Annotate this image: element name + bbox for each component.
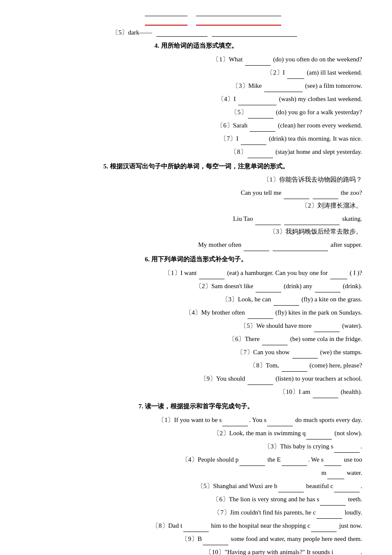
s5-item-1-cn: 〔1〕你能告诉我去动物园的路吗？: [26, 173, 366, 186]
s7-item-5: 〔5〕Shanghai and Wuxi are b beautiful c .: [26, 479, 366, 492]
s7-blank-2[interactable]: [306, 426, 332, 439]
section-5-title: 5. 根据汉语写出句子中所缺的单词，每空一词，注意单词的形式。: [26, 162, 366, 171]
s4-blank-2[interactable]: [287, 66, 304, 79]
s5-blank-1b[interactable]: [313, 186, 338, 199]
s6-item-4: 〔4〕My brother often (fly) kites in the p…: [26, 306, 366, 319]
s5-item-1-en: Can you tell me the zoo?: [26, 186, 366, 199]
section-7: 7. 读一读，根据提示和首字母完成句子。 〔1〕If you want to b…: [26, 402, 366, 555]
s6-blank-9[interactable]: [248, 372, 273, 385]
s7-blank-9[interactable]: [203, 532, 228, 545]
s7-item-3: 〔3〕This baby is crying s .: [26, 439, 366, 453]
s4-item-3: 〔3〕Mike (see) a film tomorrow.: [26, 79, 366, 92]
dark-underline: [156, 29, 208, 37]
s7-item-10: 〔10〕"Having a party with animals?" It so…: [26, 545, 366, 555]
line-row-2: [145, 17, 281, 26]
s7-blank-8b[interactable]: [311, 519, 337, 532]
page: 〔5〕dark—— 4. 用所给词的适当形式填空。 〔1〕What (do) y…: [26, 9, 366, 555]
s6-item-2: 〔2〕Sam doesn't like (drink) any (drink).: [26, 279, 366, 292]
s7-blank-1a[interactable]: [222, 413, 248, 426]
s4-blank-1[interactable]: [245, 52, 271, 66]
s7-item-4: 〔4〕People should p the E . We s use too: [26, 453, 366, 466]
s6-item-9: 〔9〕You should (listen) to your teachers …: [26, 372, 366, 385]
s6-item-1: 〔1〕I want (eat) a hamburger. Can you buy…: [26, 266, 366, 279]
section-7-title: 7. 读一读，根据提示和首字母完成句子。: [26, 402, 366, 410]
s7-item-4b: m water.: [26, 466, 366, 479]
s5-blank-3b[interactable]: [273, 238, 328, 251]
s7-blank-6[interactable]: [320, 492, 346, 506]
s4-blank-4[interactable]: [238, 92, 277, 105]
s7-item-1: 〔1〕If you want to be s . You s do much s…: [26, 413, 366, 426]
s6-item-8: 〔8〕Tom, (come) here, please?: [26, 358, 366, 372]
underline-2: [196, 9, 281, 16]
s7-item-7: 〔7〕Jim couldn't find his parents, he c l…: [26, 506, 366, 519]
s6-blank-7[interactable]: [292, 345, 318, 358]
s6-blank-2b[interactable]: [315, 279, 340, 292]
s5-blank-2b[interactable]: [284, 212, 340, 225]
s7-item-9: 〔9〕B some food and water, many people he…: [26, 532, 366, 545]
s7-item-2: 〔2〕Look, the man is swimming q (not slow…: [26, 426, 366, 439]
top-underlines: [26, 9, 366, 27]
s5-blank-3a[interactable]: [244, 238, 269, 251]
s5-item-2-en: Liu Tao skating.: [26, 212, 366, 225]
dark-label: 〔5〕dark——: [112, 29, 152, 37]
s6-blank-3[interactable]: [274, 292, 299, 306]
section-5: 5. 根据汉语写出句子中所缺的单词，每空一词，注意单词的形式。 〔1〕你能告诉我…: [26, 162, 366, 251]
underline-1: [145, 9, 187, 16]
s6-blank-8[interactable]: [282, 358, 307, 372]
s7-blank-4b[interactable]: [282, 453, 307, 466]
s7-blank-4d[interactable]: [327, 466, 344, 479]
dark-underline-2: [212, 29, 297, 37]
s6-blank-4[interactable]: [248, 306, 273, 319]
section-4: 4. 用所给词的适当形式填空。 〔1〕What (do) you often d…: [26, 42, 366, 158]
s7-blank-1b[interactable]: [267, 413, 293, 426]
s4-item-4: 〔4〕I (wash) my clothes last weekend.: [26, 92, 366, 105]
s6-blank-10[interactable]: [313, 385, 338, 398]
s7-blank-5a[interactable]: [278, 479, 304, 492]
s7-blank-3[interactable]: [334, 439, 360, 453]
underline-red-2: [196, 17, 281, 26]
s6-item-6: 〔6〕There (be) some cola in the fridge.: [26, 332, 366, 345]
s7-blank-7[interactable]: [317, 506, 342, 519]
s4-blank-6[interactable]: [250, 119, 275, 132]
s4-item-6: 〔6〕Sarah (clean) her room every weekend.: [26, 119, 366, 132]
s7-blank-8a[interactable]: [183, 519, 209, 532]
s4-item-2: 〔2〕I (am) ill last weekend.: [26, 66, 366, 79]
line-row-1: [145, 9, 281, 16]
s6-item-10: 〔10〕I am (health).: [26, 385, 366, 398]
s7-blank-10[interactable]: [334, 545, 360, 555]
s7-blank-5b[interactable]: [334, 479, 360, 492]
s4-item-7: 〔7〕I (drink) tea this morning. It was ni…: [26, 132, 366, 145]
s7-item-6: 〔6〕The lion is very strong and he has s …: [26, 492, 366, 506]
underline-red-1: [145, 17, 187, 26]
s7-blank-4c[interactable]: [324, 453, 341, 466]
s7-item-8: 〔8〕Dad t him to the hospital near the sh…: [26, 519, 366, 532]
s6-blank-2a[interactable]: [256, 279, 281, 292]
s5-blank-1a[interactable]: [284, 186, 309, 199]
s6-item-5: 〔5〕We should have more (water).: [26, 319, 366, 332]
section-4-title: 4. 用所给词的适当形式填空。: [26, 42, 366, 50]
s5-item-3-en: My mother often after supper.: [26, 238, 366, 251]
section-6: 6. 用下列单词的适当形式补全句子。 〔1〕I want (eat) a ham…: [26, 255, 366, 398]
s5-item-3-cn: 〔3〕我妈妈晚饭后经常去散步。: [26, 225, 366, 238]
section-6-title: 6. 用下列单词的适当形式补全句子。: [26, 255, 366, 263]
s4-blank-3[interactable]: [264, 79, 303, 92]
s6-item-7: 〔7〕Can you show (we) the stamps.: [26, 345, 366, 358]
dark-line: 〔5〕dark——: [26, 29, 366, 37]
s5-item-2-cn: 〔2〕刘涛擅长溜冰。: [26, 199, 366, 212]
s4-blank-8[interactable]: [248, 145, 273, 158]
s4-item-1: 〔1〕What (do) you often do on the weekend…: [26, 52, 366, 66]
s4-blank-5[interactable]: [248, 105, 274, 119]
s6-blank-1b[interactable]: [330, 266, 347, 279]
s6-blank-6[interactable]: [262, 332, 288, 345]
s4-item-8: 〔8〕 (stay)at home and slept yesterday.: [26, 145, 366, 158]
s4-item-5: 〔5〕 (do) you go for a walk yesterday?: [26, 105, 366, 119]
s5-blank-2a[interactable]: [255, 212, 281, 225]
s6-blank-1a[interactable]: [199, 266, 225, 279]
s7-blank-4a[interactable]: [239, 453, 265, 466]
s4-blank-7[interactable]: [241, 132, 266, 145]
s6-blank-5[interactable]: [314, 319, 340, 332]
s6-item-3: 〔3〕Look, he can (fly) a kite on the gras…: [26, 292, 366, 306]
